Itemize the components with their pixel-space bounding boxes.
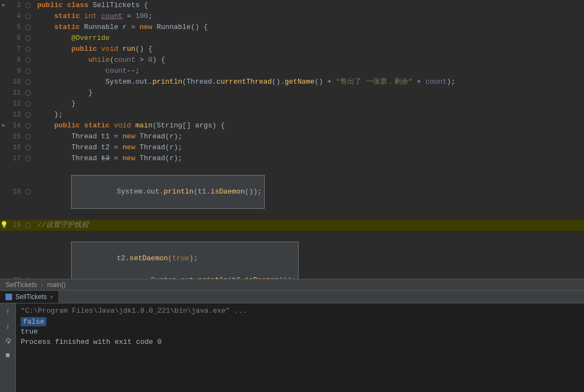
line-num-4: 4 — [9, 11, 24, 22]
bp-7[interactable] — [24, 45, 32, 53]
bp-19[interactable] — [24, 221, 32, 229]
code-line-3: ▶ 3 public class SellTickets { — [0, 0, 584, 11]
console-rerun-btn[interactable]: ⟳ — [2, 336, 14, 347]
line-num-18: 18 — [9, 186, 24, 197]
gutter-12: 12 — [0, 98, 35, 109]
bp-3[interactable] — [24, 2, 32, 9]
code-line-13: 13 }; — [0, 109, 584, 120]
line-num-19: 19 — [9, 220, 24, 231]
line-num-6: 6 — [9, 33, 24, 44]
bp-11[interactable] — [24, 89, 32, 97]
bp-18[interactable] — [24, 188, 32, 196]
line-num-12: 12 — [9, 98, 24, 109]
breadcrumb-method: main() — [47, 281, 66, 289]
code-content-12: } — [35, 98, 584, 109]
bp-12[interactable] — [24, 100, 32, 108]
console-output-false-line: false — [21, 317, 579, 326]
line-num-17: 17 — [9, 153, 24, 164]
code-content-20: t2.setDaemon(true); System.out.println(t… — [35, 231, 584, 279]
code-content-17: Thread t3 = new Thread(r); — [35, 153, 584, 164]
console-output-true-line: true — [21, 327, 579, 336]
space-15 — [0, 133, 8, 141]
space-6 — [0, 34, 8, 42]
code-content-10: System.out.println(Thread.currentThread(… — [35, 77, 584, 87]
space-7 — [0, 45, 8, 53]
bp-14[interactable] — [24, 122, 32, 130]
console-tab-selltickets[interactable]: SellTickets × — [0, 291, 59, 303]
code-line-4: 4 static int count = 100; — [0, 11, 584, 22]
breadcrumb-separator: › — [41, 281, 43, 289]
line-num-16: 16 — [9, 142, 24, 153]
gutter-10: 10 — [0, 77, 35, 87]
console-left-toolbar: ↑ ↓ ⟳ ■ — [0, 303, 16, 392]
gutter-14: ▶ 14 — [0, 120, 35, 131]
space-18 — [0, 188, 8, 196]
console-stop-btn[interactable]: ■ — [3, 350, 12, 361]
run-icon-3[interactable]: ▶ — [0, 2, 8, 9]
space-4 — [0, 13, 8, 20]
code-line-9: 9 count--; — [0, 66, 584, 77]
line-num-5: 5 — [9, 22, 24, 33]
console-content: "C:\Program Files\Java\jdk1.8.0_221\bin\… — [15, 303, 584, 349]
gutter-3: ▶ 3 — [0, 0, 35, 11]
bp-10[interactable] — [24, 78, 32, 86]
line-num-10: 10 — [9, 77, 24, 87]
bp-16[interactable] — [24, 144, 32, 151]
code-line-8: 8 while(count > 0) { — [0, 55, 584, 66]
space-5 — [0, 24, 8, 31]
space-16 — [0, 144, 8, 151]
bp-4[interactable] — [24, 13, 32, 20]
bp-8[interactable] — [24, 56, 32, 64]
space-12 — [0, 100, 8, 108]
gutter-18: 18 — [0, 186, 35, 197]
bp-9[interactable] — [24, 67, 32, 75]
bp-17[interactable] — [24, 155, 32, 162]
console-cmd-line: "C:\Program Files\Java\jdk1.8.0_221\bin\… — [21, 307, 579, 315]
console-tab-bar: SellTickets × — [0, 291, 584, 303]
line-num-13: 13 — [9, 109, 24, 120]
bp-6[interactable] — [24, 34, 32, 42]
code-content-5: static Runnable r = new Runnable() { — [35, 22, 584, 33]
code-line-11: 11 } — [0, 87, 584, 98]
gutter-7: 7 — [0, 44, 35, 55]
console-false-value: false — [21, 317, 46, 326]
space-8 — [0, 56, 8, 64]
bp-5[interactable] — [24, 24, 32, 31]
gutter-19: 💡 19 — [0, 220, 35, 231]
code-line-20: 20 t2.setDaemon(true); System.out.printl… — [0, 231, 584, 279]
console-tab-close[interactable]: × — [50, 294, 54, 300]
code-line-19: 💡 19 //设置守护线程 — [0, 220, 584, 231]
code-line-15: 15 Thread t1 = new Thread(r); — [0, 131, 584, 142]
code-line-16: 16 Thread t2 = new Thread(r); — [0, 142, 584, 153]
gutter-16: 16 — [0, 142, 35, 153]
gutter-5: 5 — [0, 22, 35, 33]
code-content-16: Thread t2 = new Thread(r); — [35, 142, 584, 153]
space-10 — [0, 78, 8, 86]
code-line-17: 17 Thread t3 = new Thread(r); — [0, 153, 584, 164]
run-icon-14[interactable]: ▶ — [0, 122, 8, 130]
code-content-19: //设置守护线程 — [35, 220, 584, 231]
gutter-15: 15 — [0, 131, 35, 142]
code-content-14: public static void main(String[] args) { — [35, 120, 584, 131]
breadcrumb-bar: SellTickets › main() — [0, 279, 584, 291]
code-content-18: System.out.println(t1.isDaemon()); — [35, 164, 584, 220]
editor-area: ▶ 3 public class SellTickets { 4 static … — [0, 0, 584, 279]
bp-13[interactable] — [24, 111, 32, 119]
code-content-7: public void run() { — [35, 44, 584, 55]
code-content-8: while(count > 0) { — [35, 55, 584, 66]
bp-20[interactable] — [24, 277, 32, 279]
code-content-13: }; — [35, 109, 584, 120]
console-true-value: true — [21, 327, 38, 336]
console-up-btn[interactable]: ↑ — [3, 307, 12, 318]
line-num-9: 9 — [9, 66, 24, 77]
bp-15[interactable] — [24, 133, 32, 141]
gutter-4: 4 — [0, 11, 35, 22]
breadcrumb-class: SellTickets — [5, 281, 37, 289]
console-tab-label: SellTickets — [15, 293, 47, 301]
code-content-11: } — [35, 87, 584, 98]
gutter-17: 17 — [0, 153, 35, 164]
space-11 — [0, 89, 8, 97]
code-content-6: @Override — [35, 33, 584, 44]
gutter-20: 20 — [0, 275, 35, 279]
console-down-btn[interactable]: ↓ — [3, 321, 12, 332]
